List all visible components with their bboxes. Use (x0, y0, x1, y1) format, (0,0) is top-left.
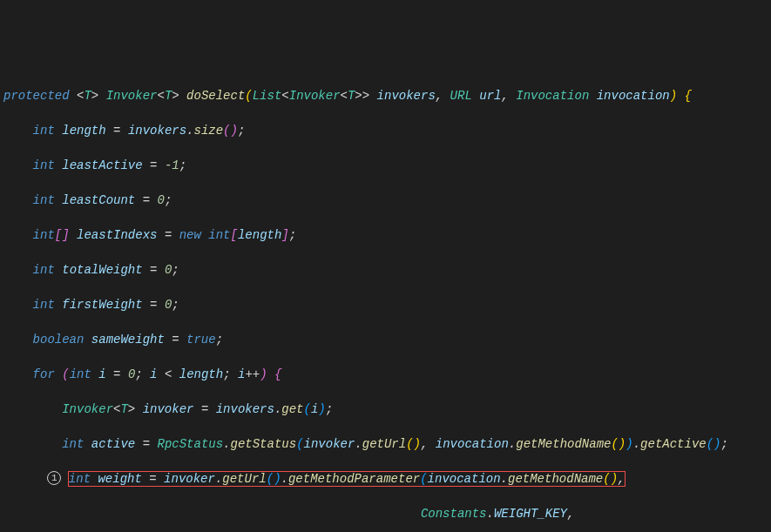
annotation-circle-1: 1 (47, 471, 61, 485)
code-block: protected <T> Invoker<T> doSelect(List<I… (3, 70, 768, 532)
code-line: int active = RpcStatus.getStatus(invoker… (3, 435, 768, 453)
code-line: int[] leastIndexs = new int[length]; (3, 226, 768, 244)
keyword: protected (3, 89, 70, 103)
code-line: Invoker<T> invoker = invokers.get(i); (3, 401, 768, 418)
code-line: for (int i = 0; i < length; i++) { (3, 366, 768, 383)
method-name: doSelect (186, 89, 245, 103)
code-line: int leastActive = -1; (3, 157, 768, 174)
code-line: int firstWeight = 0; (3, 296, 768, 313)
code-line: int totalWeight = 0; (3, 261, 768, 279)
code-line: protected <T> Invoker<T> doSelect(List<I… (3, 87, 768, 104)
code-line: boolean sameWeight = true; (3, 331, 768, 348)
code-line: Constants.WEIGHT_KEY, (3, 505, 768, 522)
code-line: 1 int weight = invoker.getUrl().getMetho… (3, 470, 768, 488)
code-line: int length = invokers.size(); (3, 122, 768, 139)
highlight-box-1: int weight = invoker.getUrl().getMethodP… (69, 472, 626, 486)
code-line: int leastCount = 0; (3, 192, 768, 209)
type: T (84, 89, 91, 103)
